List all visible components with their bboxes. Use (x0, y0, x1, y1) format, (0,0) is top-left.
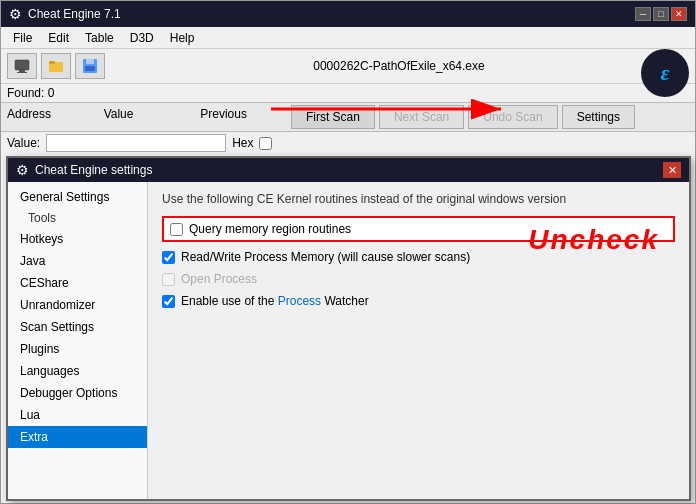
title-bar: ⚙ Cheat Engine 7.1 ─ □ ✕ (1, 1, 695, 27)
query-memory-checkbox[interactable] (170, 223, 183, 236)
dialog-title: Cheat Engine settings (35, 163, 663, 177)
sidebar-item-extra[interactable]: Extra (8, 426, 147, 448)
process-name: 0000262C-PathOfExile_x64.exe (109, 59, 689, 73)
value-input[interactable] (46, 134, 226, 152)
svg-rect-4 (49, 61, 55, 64)
menu-d3d[interactable]: D3D (122, 29, 162, 47)
folder-icon (47, 57, 65, 75)
menu-file[interactable]: File (5, 29, 40, 47)
sidebar-item-languages[interactable]: Languages (8, 360, 147, 382)
sidebar-item-tools[interactable]: Tools (8, 208, 147, 228)
sidebar-item-plugins[interactable]: Plugins (8, 338, 147, 360)
process-watcher-row: Enable use of the Process Watcher (162, 294, 675, 308)
found-count: Found: 0 (7, 86, 54, 100)
save-btn[interactable] (75, 53, 105, 79)
value-row: Value: Hex (1, 132, 695, 154)
query-memory-label: Query memory region routines (189, 222, 351, 236)
ce-logo: ε (641, 49, 689, 97)
value-label: Value: (7, 136, 40, 150)
app-icon: ⚙ (9, 6, 22, 22)
sidebar-item-hotkeys[interactable]: Hotkeys (8, 228, 147, 250)
app-title: Cheat Engine 7.1 (28, 7, 635, 21)
next-scan-button[interactable]: Next Scan (379, 105, 464, 129)
uncheck-annotation: Uncheck (528, 224, 659, 256)
svg-rect-1 (19, 70, 25, 72)
svg-rect-7 (85, 66, 95, 71)
process-watcher-label: Enable use of the Process Watcher (181, 294, 369, 308)
content-header: Use the following CE Kernel routines ins… (162, 192, 675, 206)
menu-help[interactable]: Help (162, 29, 203, 47)
read-write-label: Read/Write Process Memory (will cause sl… (181, 250, 470, 264)
sidebar-item-unrandomizer[interactable]: Unrandomizer (8, 294, 147, 316)
read-write-checkbox[interactable] (162, 251, 175, 264)
window-controls: ─ □ ✕ (635, 7, 687, 21)
settings-dialog: ⚙ Cheat Engine settings ✕ General Settin… (6, 156, 691, 501)
process-watcher-checkbox[interactable] (162, 295, 175, 308)
svg-rect-2 (17, 72, 27, 73)
settings-button[interactable]: Settings (562, 105, 635, 129)
first-scan-button[interactable]: First Scan (291, 105, 375, 129)
dialog-title-bar: ⚙ Cheat Engine settings ✕ (8, 158, 689, 182)
sidebar-item-lua[interactable]: Lua (8, 404, 147, 426)
menu-bar: File Edit Table D3D Help (1, 27, 695, 49)
sidebar-item-java[interactable]: Java (8, 250, 147, 272)
hex-checkbox[interactable] (259, 137, 272, 150)
toolbar: 0000262C-PathOfExile_x64.exe (1, 49, 695, 84)
value-col-header: Value (98, 105, 195, 129)
open-process-row: Open Process (162, 272, 675, 286)
undo-scan-button[interactable]: Undo Scan (468, 105, 557, 129)
dialog-body: General Settings Tools Hotkeys Java CESh… (8, 182, 689, 499)
sidebar-item-ceshare[interactable]: CEShare (8, 272, 147, 294)
open-process-toolbar-btn[interactable] (7, 53, 37, 79)
minimize-button[interactable]: ─ (635, 7, 651, 21)
prev-col-header: Previous (194, 105, 291, 129)
main-window: ⚙ Cheat Engine 7.1 ─ □ ✕ File Edit Table… (0, 0, 696, 504)
sidebar-item-scan[interactable]: Scan Settings (8, 316, 147, 338)
computer-icon (13, 57, 31, 75)
menu-table[interactable]: Table (77, 29, 122, 47)
sidebar-item-general[interactable]: General Settings (8, 186, 147, 208)
dialog-close-button[interactable]: ✕ (663, 162, 681, 178)
menu-edit[interactable]: Edit (40, 29, 77, 47)
found-bar: Found: 0 (1, 84, 695, 102)
hex-label: Hex (232, 136, 253, 150)
address-header: Address Value Previous First Scan Next S… (1, 102, 695, 132)
open-process-checkbox[interactable] (162, 273, 175, 286)
open-process-label: Open Process (181, 272, 257, 286)
settings-sidebar: General Settings Tools Hotkeys Java CESh… (8, 182, 148, 499)
dialog-content: Use the following CE Kernel routines ins… (148, 182, 689, 499)
sidebar-item-debugger[interactable]: Debugger Options (8, 382, 147, 404)
addr-col-header: Address (1, 105, 98, 129)
close-button[interactable]: ✕ (671, 7, 687, 21)
maximize-button[interactable]: □ (653, 7, 669, 21)
open-file-btn[interactable] (41, 53, 71, 79)
svg-rect-6 (86, 59, 94, 64)
save-icon (81, 57, 99, 75)
svg-rect-0 (15, 60, 29, 70)
dialog-icon: ⚙ (16, 162, 29, 178)
